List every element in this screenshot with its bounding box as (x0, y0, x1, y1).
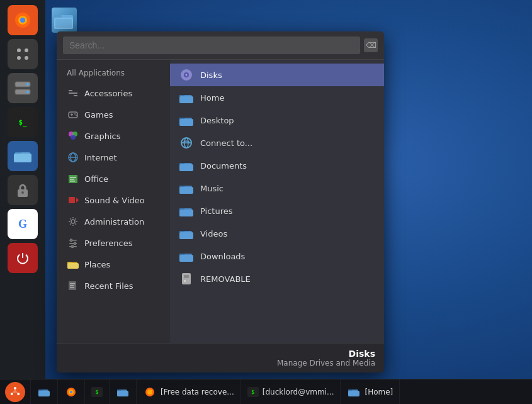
category-administration[interactable]: Administration (57, 211, 170, 232)
disks-result-icon (179, 67, 194, 82)
result-removable[interactable]: REMOVABLE (170, 267, 384, 290)
svg-rect-38 (69, 197, 75, 203)
app-info-title: Disks (65, 349, 375, 359)
taskbar-firefox-icon (64, 385, 78, 399)
result-home-label: Home (200, 93, 224, 103)
downloads-result-icon (179, 249, 194, 264)
dock-icon-apps[interactable] (8, 39, 38, 69)
category-games[interactable]: Games (57, 104, 170, 125)
dock-icon-power[interactable] (8, 243, 38, 273)
result-pictures[interactable]: Pictures (170, 199, 384, 222)
svg-rect-25 (71, 113, 72, 116)
svg-rect-3 (55, 19, 72, 28)
taskbar-terminal[interactable]: $ (85, 379, 110, 404)
svg-point-10 (25, 56, 28, 60)
svg-rect-80 (179, 255, 193, 262)
taskbar-files2-icon (116, 385, 130, 399)
category-preferences[interactable]: Preferences (57, 232, 170, 254)
result-documents[interactable]: Documents (170, 154, 384, 177)
category-places[interactable]: Places (57, 254, 170, 275)
svg-rect-53 (70, 287, 74, 288)
svg-rect-82 (184, 275, 189, 278)
svg-rect-90 (38, 391, 50, 396)
taskbar-ssh-app[interactable]: $ [ducklord@vmmi... (241, 379, 341, 404)
category-graphics-label: Graphics (84, 132, 120, 141)
internet-icon (67, 151, 79, 164)
svg-point-98 (147, 390, 152, 395)
folder-icon (52, 8, 77, 33)
svg-rect-52 (70, 285, 74, 286)
svg-rect-81 (182, 273, 191, 284)
svg-rect-68 (179, 164, 193, 171)
home-result-icon (179, 90, 194, 105)
taskbar-home-icon (347, 385, 361, 399)
games-icon (67, 108, 79, 121)
ubuntu-logo (5, 382, 25, 402)
result-downloads[interactable]: Downloads (170, 245, 384, 267)
administration-icon (67, 215, 79, 228)
result-music[interactable]: Music (170, 177, 384, 199)
taskbar-ssh-icon: $ (247, 387, 259, 397)
svg-point-93 (70, 391, 72, 393)
dock-icon-files[interactable] (8, 141, 38, 171)
taskbar-files[interactable] (31, 379, 58, 404)
result-home[interactable]: Home (170, 86, 384, 109)
svg-point-86 (17, 393, 20, 395)
results-panel: Disks Home (170, 60, 384, 343)
result-pictures-label: Pictures (200, 206, 232, 216)
taskbar-recovery-app[interactable]: [Free data recove... (137, 379, 241, 404)
music-result-icon (179, 181, 194, 196)
taskbar-recovery-icon (143, 385, 157, 399)
dock-icon-gcal[interactable]: G (8, 209, 38, 239)
taskbar-files2[interactable] (110, 379, 137, 404)
svg-rect-49 (67, 263, 79, 269)
pictures-result-icon (179, 203, 194, 218)
taskbar-files-icon (37, 385, 51, 399)
result-music-label: Music (200, 184, 224, 193)
result-disks[interactable]: Disks (170, 64, 384, 86)
category-internet[interactable]: Internet (57, 147, 170, 168)
category-accessories[interactable]: Accessories (57, 82, 170, 104)
taskbar-firefox[interactable] (58, 379, 85, 404)
svg-rect-22 (74, 95, 77, 96)
result-desktop[interactable]: Desktop (170, 109, 384, 132)
dock-icon-firefox[interactable] (8, 5, 38, 35)
taskbar-home-btn[interactable]: [Home] (341, 379, 400, 404)
search-input[interactable]: disks (63, 36, 360, 54)
svg-rect-36 (70, 179, 74, 180)
category-sound-video[interactable]: Sound & Video (57, 189, 170, 211)
result-connect-to[interactable]: Connect to... (170, 132, 384, 154)
category-graphics[interactable]: Graphics (57, 125, 170, 147)
svg-point-26 (74, 113, 76, 115)
documents-result-icon (179, 158, 194, 173)
category-office[interactable]: Office (57, 168, 170, 189)
result-videos[interactable]: Videos (170, 222, 384, 245)
category-recent-files[interactable]: Recent Files (57, 275, 170, 296)
svg-rect-17 (14, 154, 31, 162)
dock-icon-lock[interactable] (8, 175, 38, 205)
taskbar-terminal-icon: $ (91, 387, 103, 397)
taskbar-ubuntu-menu[interactable] (0, 379, 31, 404)
taskbar-ssh-label: [ducklord@vmmi... (263, 388, 334, 396)
recent-files-icon (67, 279, 79, 292)
desktop-folder-icon[interactable] (52, 8, 77, 33)
connect-to-result-icon (179, 135, 194, 150)
videos-result-icon (179, 226, 194, 241)
svg-point-8 (25, 48, 28, 52)
result-disks-label: Disks (200, 70, 222, 80)
graphics-icon (67, 130, 79, 142)
taskbar: $ [Free data recove... $ [duck (0, 379, 532, 404)
dock-icon-terminal[interactable]: $_ (8, 107, 38, 137)
svg-point-40 (71, 220, 75, 223)
search-clear-button[interactable]: ⌫ (364, 38, 378, 52)
svg-rect-74 (179, 210, 193, 216)
svg-point-9 (17, 56, 21, 60)
accessories-icon (67, 87, 79, 99)
desktop: $_ G disks ⌫ (0, 0, 532, 404)
svg-rect-37 (70, 181, 75, 182)
category-games-label: Games (84, 110, 113, 120)
taskbar-home-label: [Home] (365, 388, 393, 396)
result-videos-label: Videos (200, 229, 227, 238)
dock-icon-storage[interactable] (8, 73, 38, 103)
menu-content: All Applications Accessories (57, 60, 384, 343)
